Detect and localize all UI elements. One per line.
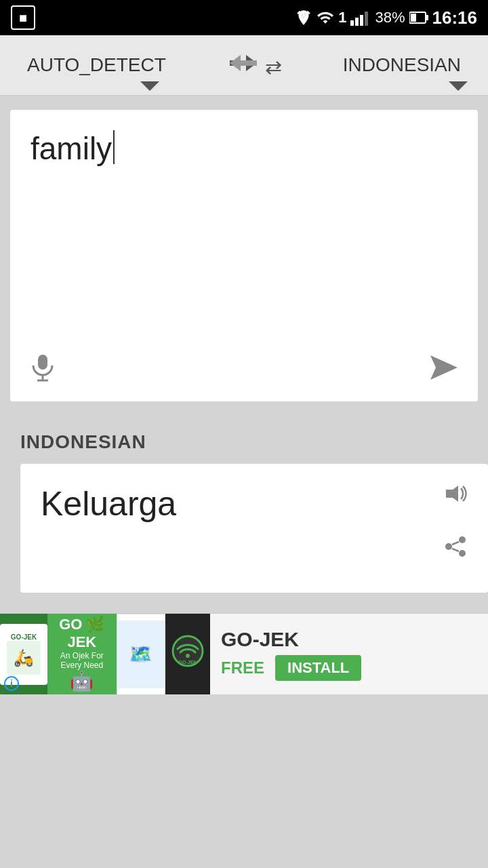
input-box[interactable]: family bbox=[10, 110, 478, 401]
input-text-field[interactable]: family bbox=[30, 130, 458, 347]
translation-text: Keluarga bbox=[41, 484, 468, 524]
svg-rect-12 bbox=[38, 355, 47, 370]
translation-box: Keluarga bbox=[20, 464, 488, 593]
ad-image-3: 🗺️ bbox=[117, 614, 165, 695]
ad-image-2: GO 🌿 JEK An Ojek For Every Need 🤖 bbox=[47, 614, 117, 695]
target-language-selector[interactable]: INDONESIAN bbox=[329, 47, 474, 83]
svg-point-18 bbox=[445, 543, 452, 550]
signal-label: 1 bbox=[338, 9, 346, 26]
ad-content: GO-JEK FREE INSTALL bbox=[210, 621, 488, 688]
swap-languages-button[interactable]: ⇄ bbox=[220, 45, 289, 85]
ad-image-1: GO-JEK 🛵 i bbox=[0, 614, 47, 695]
svg-rect-4 bbox=[355, 18, 359, 26]
svg-text:GO-JEK: GO-JEK bbox=[178, 660, 197, 665]
input-text-value: family bbox=[30, 130, 112, 167]
svg-point-19 bbox=[459, 550, 466, 557]
section-spacer bbox=[0, 96, 488, 110]
svg-rect-2 bbox=[304, 16, 306, 17]
signal-icon bbox=[350, 9, 371, 26]
status-time: 16:16 bbox=[432, 7, 478, 28]
ad-images: GO-JEK 🛵 i GO 🌿 JEK An Ojek For Every Ne… bbox=[0, 614, 210, 695]
translation-section: INDONESIAN Keluarga bbox=[0, 418, 488, 599]
ad-tagline: An Ojek For Every Need bbox=[52, 651, 113, 670]
svg-line-21 bbox=[452, 549, 459, 551]
microphone-button[interactable] bbox=[30, 353, 55, 388]
wifi-icon bbox=[317, 9, 334, 26]
speaker-button[interactable] bbox=[443, 483, 468, 510]
source-language-selector[interactable]: AUTO_DETECT bbox=[14, 47, 180, 83]
ad-image-4: GO-JEK bbox=[165, 614, 210, 695]
input-actions bbox=[30, 347, 458, 388]
translation-lang-label: INDONESIAN bbox=[20, 431, 468, 453]
wifi-gojek-icon: GO-JEK bbox=[171, 634, 205, 674]
send-button[interactable] bbox=[430, 355, 458, 386]
language-bar: AUTO_DETECT ⇄ INDONESIAN bbox=[0, 35, 488, 96]
bbm-icon: ■ bbox=[11, 5, 35, 30]
translation-actions bbox=[41, 534, 468, 564]
svg-rect-5 bbox=[360, 15, 363, 26]
ad-title: GO-JEK bbox=[221, 628, 477, 651]
svg-point-17 bbox=[459, 536, 466, 543]
svg-rect-1 bbox=[303, 12, 304, 14]
share-button[interactable] bbox=[443, 534, 468, 564]
status-bar-left: ■ bbox=[11, 5, 35, 30]
ad-actions: FREE INSTALL bbox=[221, 655, 477, 681]
android-icon: 🤖 bbox=[70, 670, 94, 692]
svg-point-23 bbox=[186, 654, 190, 658]
info-icon[interactable]: i bbox=[4, 676, 19, 691]
svg-rect-3 bbox=[350, 20, 354, 26]
svg-rect-8 bbox=[426, 15, 428, 20]
text-cursor bbox=[113, 130, 115, 164]
svg-marker-11 bbox=[230, 55, 257, 71]
svg-rect-6 bbox=[365, 12, 368, 26]
ad-banner: GO-JEK 🛵 i GO 🌿 JEK An Ojek For Every Ne… bbox=[0, 613, 488, 694]
status-bar: ■ 1 38% 16:16 bbox=[0, 0, 488, 35]
battery-label: 38% bbox=[375, 9, 405, 26]
alarm-icon bbox=[295, 9, 312, 26]
battery-icon bbox=[409, 11, 428, 24]
ad-screenshot: GO-JEK 🛵 bbox=[0, 624, 47, 685]
svg-marker-15 bbox=[430, 355, 458, 380]
svg-marker-16 bbox=[446, 486, 458, 502]
ad-free-label: FREE bbox=[221, 658, 264, 677]
svg-line-20 bbox=[452, 542, 459, 545]
ad-install-button[interactable]: INSTALL bbox=[275, 655, 361, 681]
svg-rect-9 bbox=[411, 14, 416, 22]
bottom-spacer bbox=[0, 599, 488, 613]
mid-spacer bbox=[0, 401, 488, 418]
status-bar-right: 1 38% 16:16 bbox=[295, 7, 477, 28]
input-section: family bbox=[0, 110, 488, 401]
ad-gojek-logo: GO 🌿 JEK bbox=[52, 616, 113, 651]
